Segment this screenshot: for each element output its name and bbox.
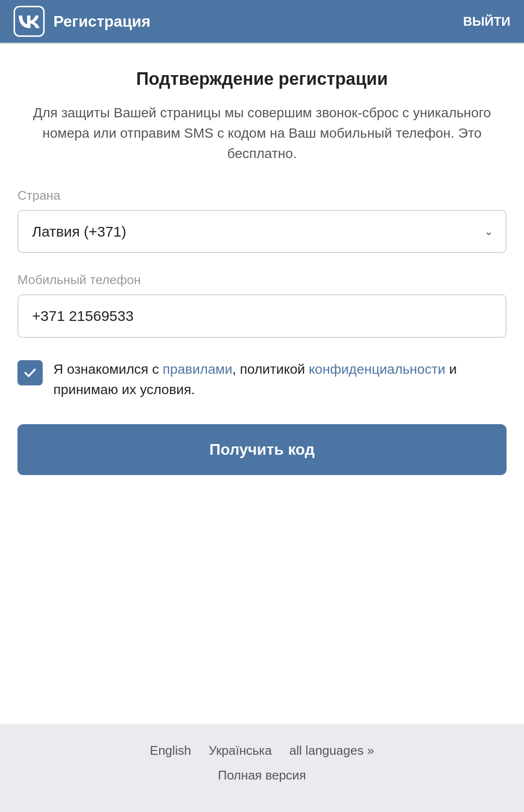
privacy-link[interactable]: конфиденциальности	[309, 362, 445, 377]
page-description: Для защиты Вашей страницы мы совершим зв…	[17, 103, 507, 164]
rules-link[interactable]: правилами	[163, 362, 232, 377]
terms-text: Я ознакомился с правилами, политикой кон…	[53, 359, 507, 400]
phone-input-wrapper	[17, 294, 507, 338]
header-left: Регистрация	[14, 6, 150, 37]
phone-input[interactable]	[17, 294, 507, 338]
all-languages-link[interactable]: all languages »	[289, 743, 374, 758]
country-select[interactable]: Латвия (+371)	[17, 210, 507, 253]
country-field-label: Страна	[17, 188, 507, 203]
country-select-wrapper: Латвия (+371) ⌄	[17, 210, 507, 253]
footer-languages: English Українська all languages »	[150, 743, 374, 758]
vk-logo-icon	[14, 6, 45, 37]
phone-field-label: Мобильный телефон	[17, 272, 507, 287]
terms-checkbox-row: Я ознакомился с правилами, политикой кон…	[17, 359, 507, 400]
terms-checkbox[interactable]	[17, 360, 43, 385]
get-code-button[interactable]: Получить код	[17, 424, 507, 475]
page-heading: Подтверждение регистрации	[17, 68, 507, 89]
header-title: Регистрация	[53, 13, 150, 31]
full-version-link[interactable]: Полная версия	[218, 768, 306, 783]
language-ukrainian-link[interactable]: Українська	[209, 743, 272, 758]
header: Регистрация ВЫЙТИ	[0, 0, 524, 43]
main-content: Подтверждение регистрации Для защиты Ваш…	[0, 44, 524, 724]
exit-button[interactable]: ВЫЙТИ	[463, 14, 511, 29]
footer: English Українська all languages » Полна…	[0, 724, 524, 812]
language-english-link[interactable]: English	[150, 743, 191, 758]
